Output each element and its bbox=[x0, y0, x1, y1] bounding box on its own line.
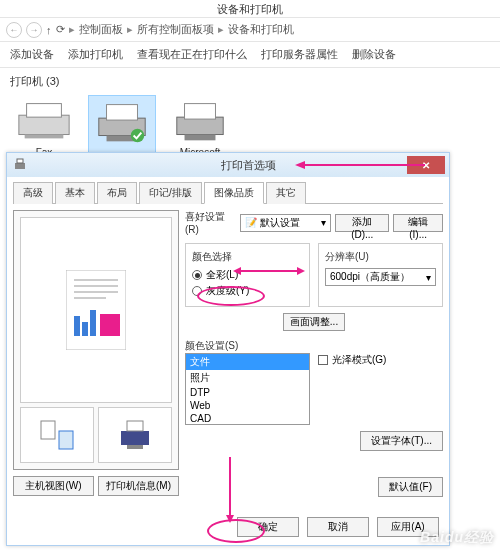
svg-rect-0 bbox=[19, 115, 69, 134]
svg-rect-21 bbox=[41, 421, 55, 439]
explorer-title: 设备和打印机 bbox=[0, 0, 500, 18]
svg-rect-20 bbox=[100, 314, 120, 336]
fax-icon bbox=[15, 99, 73, 143]
forward-icon[interactable]: → bbox=[26, 22, 42, 38]
breadcrumb-item[interactable]: 所有控制面板项 bbox=[137, 22, 214, 37]
layout-thumb bbox=[20, 407, 94, 463]
section-label: 打印机 (3) bbox=[0, 68, 500, 91]
svg-rect-25 bbox=[127, 445, 143, 449]
settings-column: 喜好设置(R) 📝 默认设置▾ 添加(D)... 编辑(I)... 颜色选择 全… bbox=[185, 210, 443, 512]
resolution-group: 分辨率(U) 600dpi（高质量）▾ bbox=[318, 243, 443, 307]
add-printer-link[interactable]: 添加打印机 bbox=[68, 47, 123, 62]
explorer-toolbar: 添加设备 添加打印机 查看现在正在打印什么 打印服务器属性 删除设备 bbox=[0, 42, 500, 68]
list-item[interactable]: 文件 bbox=[186, 354, 309, 370]
explorer-nav: ← → ↑ ⟳ ▸ 控制面板 ▸ 所有控制面板项 ▸ 设备和打印机 bbox=[0, 18, 500, 42]
page-thumbnail bbox=[20, 217, 172, 403]
print-preferences-dialog: 打印首选项 ✕ 高级 基本 布局 印记/排版 图像品质 其它 bbox=[6, 152, 450, 546]
svg-rect-1 bbox=[27, 104, 62, 118]
tabs: 高级 基本 布局 印记/排版 图像品质 其它 bbox=[13, 181, 443, 204]
svg-rect-2 bbox=[25, 135, 64, 139]
see-printing-link[interactable]: 查看现在正在打印什么 bbox=[137, 47, 247, 62]
tab-layout[interactable]: 布局 bbox=[97, 182, 137, 204]
add-device-link[interactable]: 添加设备 bbox=[10, 47, 54, 62]
annotation-arrow bbox=[305, 161, 425, 169]
host-view-button[interactable]: 主机视图(W) bbox=[13, 476, 94, 496]
svg-rect-23 bbox=[121, 431, 149, 445]
svg-point-6 bbox=[131, 129, 145, 143]
list-item[interactable]: DTP bbox=[186, 386, 309, 399]
cancel-button[interactable]: 取消 bbox=[307, 517, 369, 537]
gloss-checkbox[interactable]: 光泽模式(G) bbox=[318, 353, 443, 367]
annotation-arrow bbox=[241, 270, 297, 272]
printer-thumb bbox=[98, 407, 172, 463]
tab-other[interactable]: 其它 bbox=[266, 182, 306, 204]
server-props-link[interactable]: 打印服务器属性 bbox=[261, 47, 338, 62]
tab-basic[interactable]: 基本 bbox=[55, 182, 95, 204]
add-favorite-button[interactable]: 添加(D)... bbox=[335, 214, 389, 232]
svg-rect-11 bbox=[17, 159, 23, 163]
font-settings-button[interactable]: 设置字体(T)... bbox=[360, 431, 443, 451]
favorites-label: 喜好设置(R) bbox=[185, 210, 236, 235]
image-adjust-button[interactable]: 画面调整... bbox=[283, 313, 345, 331]
list-item[interactable]: Web bbox=[186, 399, 309, 412]
color-settings-list[interactable]: 文件 照片 DTP Web CAD bbox=[185, 353, 310, 425]
defaults-button[interactable]: 默认值(F) bbox=[378, 477, 443, 497]
tab-watermark[interactable]: 印记/排版 bbox=[139, 182, 202, 204]
breadcrumb-item[interactable]: 设备和打印机 bbox=[228, 22, 294, 37]
printer-icon bbox=[13, 158, 27, 172]
svg-rect-7 bbox=[177, 117, 223, 134]
preview-box bbox=[13, 210, 179, 470]
svg-rect-8 bbox=[185, 104, 216, 119]
tab-advanced[interactable]: 高级 bbox=[13, 182, 53, 204]
list-item[interactable]: CAD bbox=[186, 412, 309, 425]
list-item[interactable]: 照片 bbox=[186, 370, 309, 386]
svg-rect-4 bbox=[107, 105, 138, 120]
svg-rect-10 bbox=[15, 163, 25, 169]
printer-info-button[interactable]: 打印机信息(M) bbox=[98, 476, 179, 496]
ok-button[interactable]: 确定 bbox=[237, 517, 299, 537]
grayscale-radio[interactable]: 灰度级(Y) bbox=[192, 284, 303, 298]
resolution-combo[interactable]: 600dpi（高质量）▾ bbox=[325, 268, 436, 286]
printer-icon bbox=[171, 99, 229, 143]
dialog-footer: 确定 取消 应用(A) bbox=[237, 517, 439, 537]
remove-device-link[interactable]: 删除设备 bbox=[352, 47, 396, 62]
back-icon[interactable]: ← bbox=[6, 22, 22, 38]
color-select-group: 颜色选择 全彩(L) 灰度级(Y) bbox=[185, 243, 310, 307]
svg-rect-22 bbox=[59, 431, 73, 449]
refresh-icon[interactable]: ⟳ bbox=[56, 23, 65, 36]
edit-favorite-button[interactable]: 编辑(I)... bbox=[393, 214, 443, 232]
svg-rect-19 bbox=[90, 310, 96, 336]
up-icon[interactable]: ↑ bbox=[46, 24, 52, 36]
svg-rect-24 bbox=[127, 421, 143, 431]
svg-rect-17 bbox=[74, 316, 80, 336]
preview-column: 主机视图(W) 打印机信息(M) bbox=[13, 210, 179, 512]
printer-icon bbox=[93, 100, 151, 144]
favorites-combo[interactable]: 📝 默认设置▾ bbox=[240, 214, 331, 232]
svg-rect-9 bbox=[185, 135, 216, 141]
breadcrumb-item[interactable]: 控制面板 bbox=[79, 22, 123, 37]
tab-image-quality[interactable]: 图像品质 bbox=[204, 182, 264, 204]
color-settings-label: 颜色设置(S) bbox=[185, 339, 310, 353]
dialog-title: 打印首选项 bbox=[221, 158, 276, 173]
annotation-arrow bbox=[229, 457, 231, 515]
watermark: Baidu经验 bbox=[420, 529, 494, 547]
svg-rect-18 bbox=[82, 322, 88, 336]
